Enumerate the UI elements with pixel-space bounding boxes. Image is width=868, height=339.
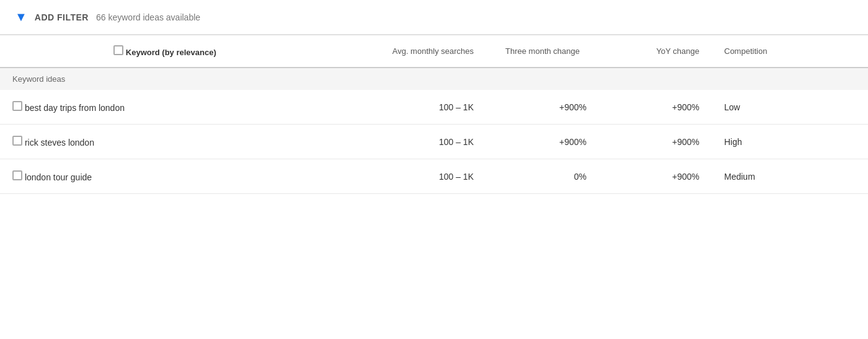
keyword-table-container: Keyword (by relevance) Avg. monthly sear… xyxy=(0,35,868,194)
keyword-count-label: 66 keyword ideas available xyxy=(96,12,200,22)
three-month-cell-1: +900% xyxy=(486,125,599,159)
keyword-col-header: Keyword (by relevance) xyxy=(126,48,216,57)
yoy-cell-1: +900% xyxy=(599,125,712,159)
three-month-col-header: Three month change xyxy=(486,35,599,68)
header-checkbox-cell: Keyword (by relevance) xyxy=(0,35,330,68)
keyword-cell-1: rick steves london xyxy=(0,125,330,159)
filter-icon: ▼ xyxy=(15,10,27,24)
row-checkbox-0[interactable] xyxy=(12,101,22,111)
keyword-cell-0: best day trips from london xyxy=(0,90,330,125)
keyword-table: Keyword (by relevance) Avg. monthly sear… xyxy=(0,35,868,194)
yoy-cell-2: +900% xyxy=(599,159,712,194)
competition-col-header: Competition xyxy=(712,35,868,68)
select-all-checkbox[interactable] xyxy=(113,45,123,55)
avg-monthly-cell-1: 100 – 1K xyxy=(330,125,486,159)
yoy-col-header: YoY change xyxy=(599,35,712,68)
three-month-cell-2: 0% xyxy=(486,159,599,194)
row-checkbox-1[interactable] xyxy=(12,136,22,146)
avg-monthly-cell-0: 100 – 1K xyxy=(330,90,486,125)
add-filter-button[interactable]: ADD FILTER xyxy=(35,12,89,22)
keyword-name-0: best day trips from london xyxy=(25,103,125,113)
three-month-cell-0: +900% xyxy=(486,90,599,125)
top-bar: ▼ ADD FILTER 66 keyword ideas available xyxy=(0,0,868,35)
keyword-name-2: london tour guide xyxy=(25,172,92,182)
yoy-cell-0: +900% xyxy=(599,90,712,125)
competition-cell-2: Medium xyxy=(712,159,868,194)
table-row: rick steves london 100 – 1K +900% +900% … xyxy=(0,125,868,159)
competition-cell-0: Low xyxy=(712,90,868,125)
keyword-cell-2: london tour guide xyxy=(0,159,330,194)
keyword-name-1: rick steves london xyxy=(25,138,94,147)
table-row: london tour guide 100 – 1K 0% +900% Medi… xyxy=(0,159,868,194)
keyword-ideas-section-row: Keyword ideas xyxy=(0,68,868,90)
competition-cell-1: High xyxy=(712,125,868,159)
row-checkbox-2[interactable] xyxy=(12,170,22,180)
avg-monthly-cell-2: 100 – 1K xyxy=(330,159,486,194)
table-header-row: Keyword (by relevance) Avg. monthly sear… xyxy=(0,35,868,68)
keyword-ideas-label: Keyword ideas xyxy=(0,68,868,90)
table-row: best day trips from london 100 – 1K +900… xyxy=(0,90,868,125)
avg-monthly-col-header: Avg. monthly searches xyxy=(330,35,486,68)
